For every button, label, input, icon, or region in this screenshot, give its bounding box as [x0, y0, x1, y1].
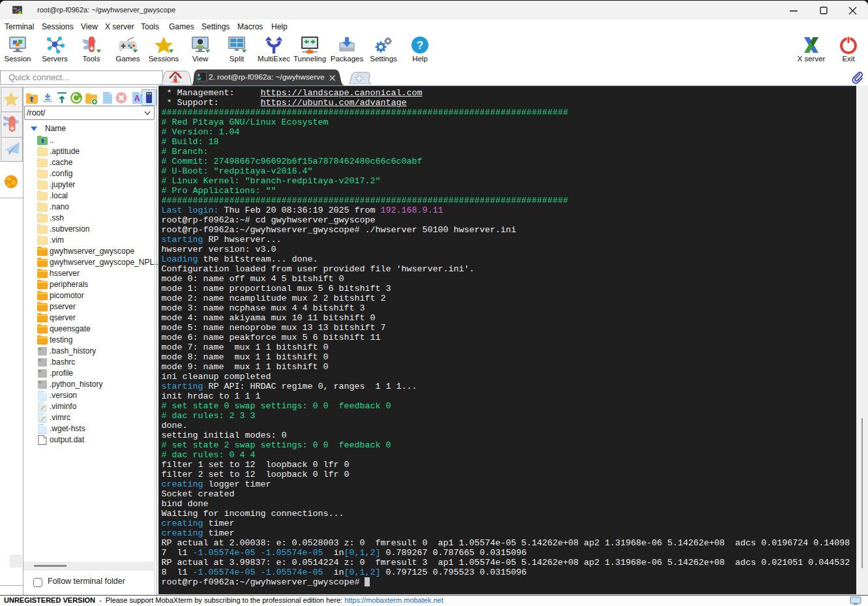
svg-text:B: B: [198, 73, 200, 78]
svg-text:?: ?: [417, 39, 423, 52]
